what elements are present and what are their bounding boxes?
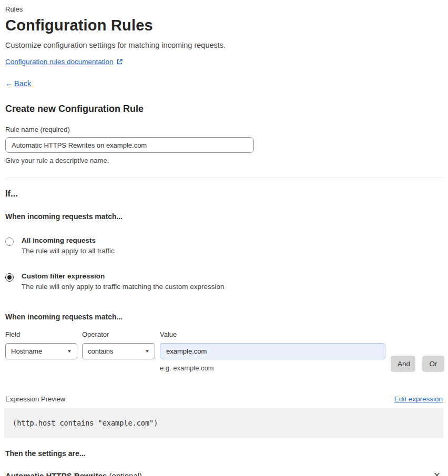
close-icon[interactable]: ✕ [431,470,443,476]
or-button[interactable]: Or [422,356,444,372]
field-label: Field [5,330,77,338]
back-link[interactable]: Back [14,79,31,88]
value-input[interactable] [160,343,385,359]
radio-description: The rule will apply to all traffic [22,247,115,255]
radio-description: The rule will only apply to traffic matc… [22,283,224,291]
expression-code: (http.host contains "example.com") [13,419,158,427]
operator-select[interactable]: contains ▼ [82,343,155,359]
radio-icon[interactable] [5,273,14,282]
expression-preview-box: (http.host contains "example.com") [4,408,443,438]
page-title: Configuration Rules [5,17,443,34]
if-heading: If... [5,189,443,199]
page-subtitle: Customize configuration settings for mat… [5,41,443,49]
setting-optional-suffix: (optional) [107,471,142,476]
external-link-icon [116,58,123,65]
expression-builder-heading: When incoming requests match... [5,313,443,321]
expression-preview-label: Expression Preview [5,395,65,403]
chevron-down-icon: ▼ [145,349,150,354]
operator-select-value: contains [88,347,113,355]
field-select-value: Hostname [11,347,42,355]
configuration-rules-page: Rules Configuration Rules Customize conf… [0,0,448,476]
rule-name-help: Give your rule a descriptive name. [5,157,443,164]
setting-title: Automatic HTTPS Rewrites (optional) [5,471,142,476]
back-row: ← Back [5,79,443,88]
expression-builder-row: Field Hostname ▼ Operator contains ▼ Val… [5,330,443,372]
radio-icon[interactable] [5,237,14,246]
back-arrow-icon: ← [5,79,14,88]
chevron-down-icon: ▼ [67,349,72,354]
value-label: Value [160,330,385,338]
create-rule-heading: Create new Configuration Rule [5,104,443,115]
then-heading: Then the settings are... [5,449,443,458]
section-divider [5,178,443,178]
radio-all-incoming-requests[interactable]: All incoming requests The rule will appl… [5,236,443,255]
operator-label: Operator [82,330,155,338]
rule-name-input[interactable] [5,137,254,153]
documentation-link[interactable]: Configuration rules documentation [5,58,114,66]
setting-name: Automatic HTTPS Rewrites [5,471,107,476]
match-heading: When incoming requests match... [5,212,443,221]
value-help: e.g. example.com [160,364,385,372]
and-button[interactable]: And [391,356,415,372]
edit-expression-link[interactable]: Edit expression [394,395,443,403]
radio-label: All incoming requests [22,236,115,244]
radio-custom-filter-expression[interactable]: Custom filter expression The rule will o… [5,272,443,291]
breadcrumb: Rules [5,5,443,13]
field-select[interactable]: Hostname ▼ [5,343,77,359]
radio-label: Custom filter expression [22,272,224,280]
rule-name-label: Rule name (required) [5,126,443,133]
